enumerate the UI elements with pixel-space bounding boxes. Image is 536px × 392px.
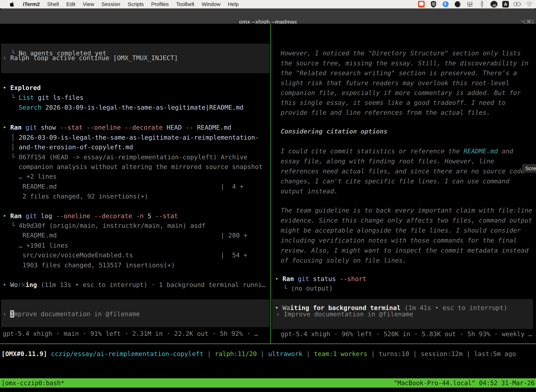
macos-menu-bar: iTerm2ShellEditViewSessionScriptsProfile… — [0, 0, 536, 9]
tmux-pane-divider[interactable] — [270, 24, 271, 344]
reasoning-line: The team guideline is to back every impo… — [281, 205, 532, 215]
git-output: └ 4b9d30f (origin/main, instructkr/main,… — [11, 221, 206, 231]
menu-host: iTerm2ShellEditViewSessionScriptsProfile… — [23, 1, 239, 7]
git-output: 2 files changed, 92 insertions(+) — [19, 191, 148, 201]
ran-git-log: • Ran git log --oneline --decorate -n 5 … — [3, 211, 178, 221]
tooltip-label: Scre — [525, 165, 536, 171]
git-output: companion analysis without altering the … — [19, 162, 263, 172]
reasoning-line: evidence. Since this change only affects… — [281, 215, 532, 225]
menu-item-profiles[interactable]: Profiles — [151, 1, 169, 7]
tmux-host-clock: "MacBook-Pro-44.local" 04:52 31-Mar-26 — [394, 379, 535, 387]
terminal-area: └ No agents completed yet› Ralph loop ac… — [0, 24, 536, 392]
git-output: 1903 files changed, 513517 insertions(+) — [19, 260, 175, 270]
cmd-continuation: │ and-the-erosion-of-copyleft.md — [11, 142, 133, 152]
screen: iTerm2ShellEditViewSessionScriptsProfile… — [0, 0, 536, 392]
hook-icon[interactable] — [478, 0, 486, 8]
working-status: • Working (11m 13s • esc to interrupt) ·… — [3, 280, 266, 290]
blue-badge-icon[interactable] — [442, 0, 449, 8]
keyboard-a-icon[interactable]: A — [502, 1, 509, 8]
menu-item-shell[interactable]: Shell — [47, 1, 59, 7]
git-output: … +2 lines — [19, 172, 57, 182]
reasoning-heading: Considering citation options — [281, 126, 388, 136]
reasoning-line: companion file, especially if more comme… — [281, 88, 521, 98]
wifi-icon[interactable] — [526, 0, 533, 8]
reasoning-line: the source tree, missing the essay. Stil… — [281, 58, 528, 68]
explored-header: • Explored — [3, 83, 41, 93]
reasoning-line: including verification notes with those … — [281, 236, 517, 245]
git-output: … +1901 lines — [19, 241, 68, 250]
git-output: README.md | 4 + — [19, 182, 244, 191]
badge-61-icon[interactable]: ..61 — [490, 1, 498, 8]
tmux-inactive-pane-border — [272, 344, 536, 344]
git-output: src/voice/voiceModeEnabled.ts | 54 + — [19, 250, 247, 260]
reasoning-line: of focusing solely on file lines. — [281, 256, 407, 265]
screen-share-tooltip: Scre — [522, 164, 536, 173]
reasoning-line: However, I noticed the "Directory Struct… — [281, 48, 521, 58]
reasoning-line: output instead. — [281, 186, 338, 196]
git-output: README.md | 280 + — [19, 230, 247, 240]
menu-item-window[interactable]: Window — [202, 1, 220, 7]
menu-item-toolbelt[interactable]: Toolbelt — [176, 1, 194, 7]
cmd-continuation: │ 2026-03-09-is-legal-the-same-as-legiti… — [11, 133, 259, 142]
reasoning-line: references need actual files, and since … — [281, 166, 525, 176]
reasoning-line: might be acceptable alongside the file l… — [281, 225, 521, 235]
reasoning-line: changes, I can't cite specific file line… — [281, 176, 509, 186]
explored-search: Search 2026-03-09-is-legal-the-same-as-l… — [19, 103, 244, 112]
ran-git-status: • Ran git status --short — [275, 274, 366, 284]
apple-menu-icon[interactable] — [8, 0, 15, 8]
menu-item-session[interactable]: Session — [101, 1, 120, 7]
menu-item-iterm2[interactable]: iTerm2 — [23, 1, 40, 7]
menu-item-edit[interactable]: Edit — [66, 1, 76, 7]
tmux-window-item[interactable]: [omx-cczip0:bash* — [1, 379, 64, 387]
reasoning-line: essay file, along with finding root file… — [281, 156, 494, 166]
window-titlebar: omx --xhigh --madmax ⌥⌘1 — [0, 9, 536, 24]
prompt-input-left: › Improve documentation in @filename — [3, 309, 140, 319]
ran-git-show: • Ran git show --stat --oneline --decora… — [3, 123, 231, 132]
model-status-right: gpt-5.4 xhigh · 96% left · 520K in · 5.8… — [281, 329, 532, 339]
dots-grid-icon[interactable] — [466, 0, 474, 8]
reasoning-line: I could cite commit statistics or refere… — [281, 146, 513, 156]
reasoning-line: provide file and line references from th… — [281, 108, 490, 117]
reasoning-line: this single essay, it seems like a good … — [281, 98, 506, 108]
battery-icon[interactable] — [514, 0, 521, 8]
chat-icon[interactable] — [418, 0, 425, 8]
menu-item-view[interactable]: View — [83, 1, 94, 7]
model-status-left: gpt-5.4 xhigh · main · 91% left · 2.31M … — [3, 329, 258, 339]
tmux-active-pane-border — [0, 344, 272, 344]
menu-item-scripts[interactable]: Scripts — [128, 1, 144, 7]
reasoning-line: review. Also, I might want to inspect th… — [281, 246, 528, 255]
ralph-loop-line: › Ralph loop active continue [OMX_TMUX_I… — [3, 53, 178, 63]
menu-item-help[interactable]: Help — [228, 1, 239, 7]
tmux-status-bar: [omx-cczip0:bash* "MacBook-Pro-44.local"… — [0, 378, 536, 387]
reasoning-line: the "Related research writing" section i… — [281, 68, 517, 78]
reasoning-line: slight risk that future readers may over… — [281, 78, 509, 88]
explored-list: └ List git ls-files — [11, 93, 84, 103]
git-output: └ (no output) — [283, 284, 333, 293]
prompt-input-right: › Improve documentation in @filename — [276, 309, 413, 319]
moon-icon[interactable] — [454, 0, 461, 8]
omx-status-line: [OMX#0.11.9] cczip/essay/ai-reimplementa… — [1, 349, 516, 359]
shield-icon[interactable] — [430, 0, 437, 8]
git-output: └ 067f154 (HEAD -> essay/ai-reimplementa… — [11, 152, 247, 162]
